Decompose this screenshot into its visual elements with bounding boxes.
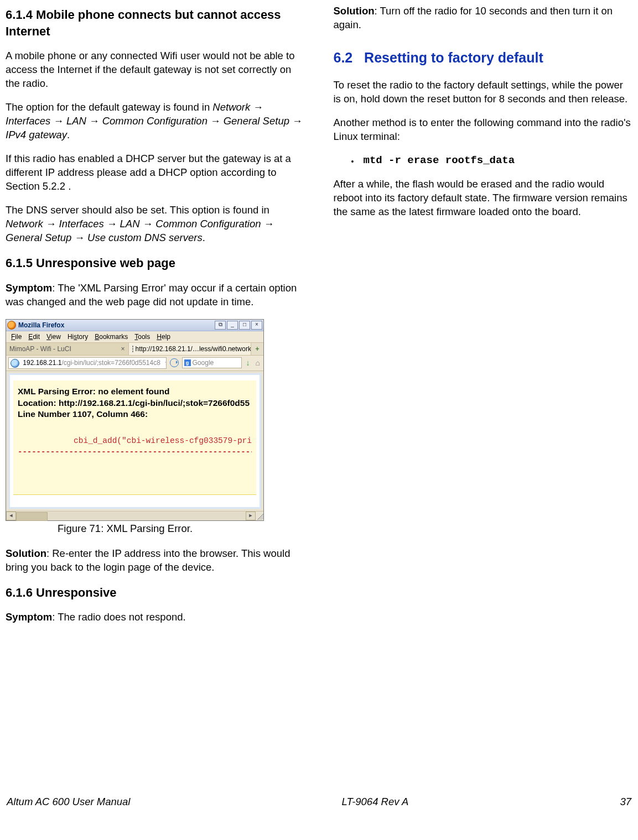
text: . xyxy=(203,232,205,243)
paragraph: After a while, the flash would be erased… xyxy=(334,178,633,219)
solution-text: : Turn off the radio for 10 seconds and … xyxy=(334,5,613,30)
close-button[interactable]: × xyxy=(251,321,262,330)
globe-icon xyxy=(11,359,19,368)
footer-center: LT-9064 Rev A xyxy=(342,795,409,809)
search-box[interactable]: g Google xyxy=(182,357,242,368)
maximize-button[interactable]: □ xyxy=(239,321,250,330)
text: The option for the default gateway is fo… xyxy=(6,101,212,113)
heading-text: Mobile phone connects but cannot access … xyxy=(6,8,281,38)
menu-file[interactable]: File xyxy=(8,332,24,341)
home-icon[interactable]: ⌂ xyxy=(255,358,261,368)
new-tab-button[interactable]: + xyxy=(251,343,263,355)
page-footer: Altum AC 600 User Manual LT-9064 Rev A 3… xyxy=(6,795,632,811)
horizontal-scrollbar[interactable]: ◄ ► xyxy=(6,511,263,520)
paragraph: To reset the radio to the factory defaul… xyxy=(334,79,633,106)
menu-history[interactable]: History xyxy=(65,332,91,341)
window-titlebar: Mozilla Firefox ⧉ _ □ × xyxy=(6,320,263,331)
firefox-window: Mozilla Firefox ⧉ _ □ × File Edit View H… xyxy=(6,319,264,521)
heading-number: 6.1.5 xyxy=(6,256,33,270)
right-column: Solution: Turn off the radio for 10 seco… xyxy=(334,4,633,779)
error-code: cbi_d_add("cbi-wireless-cfg033579-pri xyxy=(18,436,252,447)
symptom-text: : The radio does not respond. xyxy=(52,611,185,623)
close-tab-icon[interactable]: × xyxy=(121,345,125,353)
paragraph: Symptom: The radio does not respond. xyxy=(6,611,305,624)
menu-edit[interactable]: Edit xyxy=(25,332,43,341)
heading-text: Unresponsive web page xyxy=(36,256,175,270)
browser-tab-active[interactable]: http://192.168.21.1/…less/wifi0.network1… xyxy=(129,343,252,355)
address-bar[interactable]: 192.168.21.1/cgi-bin/luci/;stok=7266f0d5… xyxy=(8,357,167,369)
page-columns: 6.1.4 Mobile phone connects but cannot a… xyxy=(6,4,632,779)
paragraph: A mobile phone or any connected Wifi use… xyxy=(6,49,305,91)
footer-right: 37 xyxy=(620,795,631,809)
menu-path: Network → Interfaces → LAN → Common Conf… xyxy=(6,218,274,243)
scroll-track[interactable] xyxy=(16,512,246,520)
paragraph: Solution: Re-enter the IP address into t… xyxy=(6,547,305,575)
solution-text: : Re-enter the IP address into the brows… xyxy=(6,547,290,573)
window-controls: ⧉ _ □ × xyxy=(215,321,262,330)
menu-bar: File Edit View History Bookmarks Tools H… xyxy=(6,331,263,343)
heading-number: 6.1.6 xyxy=(6,586,33,599)
navigation-bar: 192.168.21.1/cgi-bin/luci/;stok=7266f0d5… xyxy=(6,356,263,371)
symptom-label: Symptom xyxy=(6,611,52,623)
heading-6-1-4: 6.1.4 Mobile phone connects but cannot a… xyxy=(6,7,305,39)
error-line: Line Number 1107, Column 466: xyxy=(18,409,252,420)
paragraph: The DNS server should also be set. This … xyxy=(6,204,305,245)
left-column: 6.1.4 Mobile phone connects but cannot a… xyxy=(6,4,305,779)
heading-6-2: 6.2 Resetting to factory default xyxy=(334,49,633,67)
resize-grip-icon[interactable] xyxy=(256,512,263,520)
search-placeholder: Google xyxy=(193,358,214,367)
scroll-left-icon[interactable]: ◄ xyxy=(6,512,16,520)
figure-caption: Figure 71: XML Parsing Error. xyxy=(6,522,305,536)
solution-label: Solution xyxy=(6,547,46,559)
heading-text: Unresponsive xyxy=(36,586,117,599)
tab-label: http://192.168.21.1/…less/wifi0.network1 xyxy=(136,345,252,353)
error-underline: ----------------------------------------… xyxy=(18,447,252,457)
heading-6-1-6: 6.1.6 Unresponsive xyxy=(6,585,305,601)
heading-number: 6.1.4 xyxy=(6,8,33,22)
google-icon: g xyxy=(184,359,191,366)
paragraph: Symptom: The 'XML Parsing Error' may occ… xyxy=(6,281,305,309)
solution-label: Solution xyxy=(334,5,375,17)
url-host: 192.168.21.1 xyxy=(23,359,61,367)
scroll-thumb[interactable] xyxy=(16,512,48,521)
xml-error-box: XML Parsing Error: no element found Loca… xyxy=(13,380,256,495)
command-bullet: • mtd -r erase rootfs_data xyxy=(351,154,633,168)
popout-icon[interactable]: ⧉ xyxy=(215,321,226,330)
terminal-command: mtd -r erase rootfs_data xyxy=(364,154,515,168)
paragraph: Solution: Turn off the radio for 10 seco… xyxy=(334,4,633,32)
menu-view[interactable]: View xyxy=(44,332,64,341)
tab-label: MimoAP - Wifi - LuCI xyxy=(9,345,71,353)
bookmark-star-icon[interactable]: ☆ xyxy=(164,359,166,367)
error-line: Location: http://192.168.21.1/cgi-bin/lu… xyxy=(18,398,252,409)
page-viewport: XML Parsing Error: no element found Loca… xyxy=(8,373,261,509)
heading-number: 6.2 xyxy=(334,50,353,65)
error-line: XML Parsing Error: no element found xyxy=(18,386,252,398)
symptom-label: Symptom xyxy=(6,282,52,294)
window-title: Mozilla Firefox xyxy=(18,321,215,330)
tab-strip: MimoAP - Wifi - LuCI × http://192.168.21… xyxy=(6,343,263,356)
download-icon[interactable]: ↓ xyxy=(244,358,252,368)
minimize-button[interactable]: _ xyxy=(227,321,238,330)
text: The DNS server should also be set. This … xyxy=(6,204,269,216)
firefox-icon xyxy=(7,321,16,330)
url-path: /cgi-bin/luci/;stok=7266f0d5514c8 xyxy=(61,359,160,367)
heading-text: Resetting to factory default xyxy=(364,50,543,65)
menu-tools[interactable]: Tools xyxy=(132,332,153,341)
page-icon xyxy=(132,346,133,352)
paragraph: The option for the default gateway is fo… xyxy=(6,101,305,142)
menu-bookmarks[interactable]: Bookmarks xyxy=(92,332,131,341)
footer-left: Altum AC 600 User Manual xyxy=(7,795,130,809)
reload-icon[interactable] xyxy=(170,358,179,367)
menu-help[interactable]: Help xyxy=(154,332,173,341)
heading-6-1-5: 6.1.5 Unresponsive web page xyxy=(6,255,305,272)
paragraph: Another method is to enter the following… xyxy=(334,116,633,144)
scroll-right-icon[interactable]: ► xyxy=(246,512,256,520)
browser-tab[interactable]: MimoAP - Wifi - LuCI × xyxy=(6,343,129,355)
bullet-icon: • xyxy=(351,158,364,165)
text: . xyxy=(67,129,70,140)
paragraph: If this radio has enabled a DHCP server … xyxy=(6,152,305,194)
